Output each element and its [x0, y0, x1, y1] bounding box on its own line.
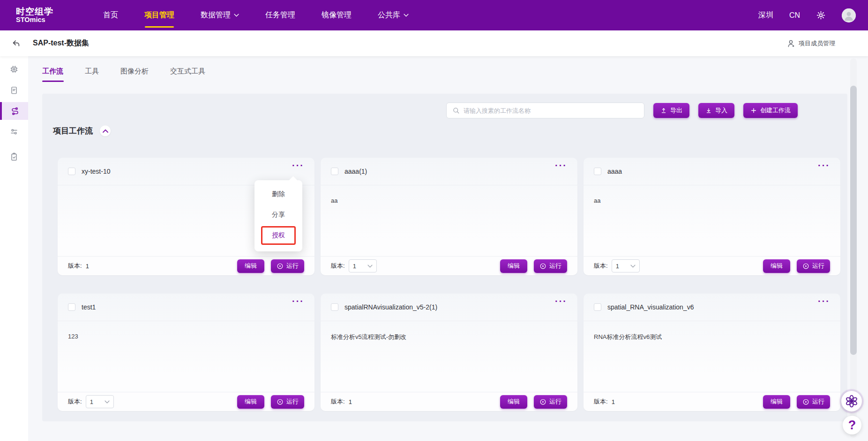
card-footer: 版本: 1 编辑 运行 — [58, 256, 314, 275]
chevron-down-icon — [234, 14, 239, 17]
sidebar-item-workflow[interactable] — [0, 102, 28, 120]
tab-label: 工作流 — [42, 67, 63, 75]
run-button[interactable]: 运行 — [797, 259, 830, 273]
edit-button[interactable]: 编辑 — [500, 395, 527, 409]
menu-item-1[interactable]: 分享 — [254, 205, 302, 225]
chevron-down-icon — [630, 265, 636, 268]
language-toggle[interactable]: CN — [789, 11, 800, 20]
nav-item-label: 任务管理 — [265, 10, 295, 20]
sidebar-item-compute[interactable] — [0, 60, 28, 78]
tab-3[interactable]: 交互式工具 — [170, 67, 205, 82]
sidebar-item-documents[interactable] — [0, 81, 28, 99]
user-avatar[interactable] — [842, 8, 856, 22]
run-label: 运行 — [549, 262, 561, 270]
card-footer: 版本: 1 编辑 运行 — [584, 392, 840, 411]
back-icon[interactable] — [11, 39, 21, 48]
stomics-logo[interactable]: 时空组学 STOmics — [16, 7, 53, 23]
nav-item-label: 首页 — [103, 10, 118, 20]
run-button[interactable]: 运行 — [271, 395, 304, 409]
import-button[interactable]: 导入 — [698, 103, 734, 118]
sidebar-item-settings[interactable] — [0, 123, 28, 140]
help-button[interactable]: ? — [843, 416, 861, 434]
run-button[interactable]: 运行 — [797, 395, 830, 409]
edit-button[interactable]: 编辑 — [763, 259, 790, 273]
card-checkbox[interactable] — [594, 168, 601, 175]
chevron-down-icon — [404, 14, 409, 17]
run-label: 运行 — [286, 397, 299, 406]
edit-button[interactable]: 编辑 — [237, 259, 264, 273]
version-label: 版本: — [331, 262, 345, 270]
tab-0[interactable]: 工作流 — [42, 67, 63, 82]
ai-assistant-button[interactable] — [841, 391, 862, 412]
workflow-search[interactable] — [446, 103, 644, 118]
edit-label: 编辑 — [508, 262, 520, 270]
card-more-actions-icon[interactable]: ··· — [818, 161, 830, 170]
card-checkbox[interactable] — [594, 303, 601, 311]
version-select-value: 1 — [353, 263, 356, 270]
version-value: 1 — [86, 263, 89, 270]
edit-label: 编辑 — [245, 397, 257, 406]
version-select[interactable]: 1 — [349, 259, 377, 272]
menu-item-0[interactable]: 删除 — [254, 184, 302, 205]
card-more-actions-icon[interactable]: ··· — [818, 296, 830, 306]
scrollbar-thumb[interactable] — [850, 86, 857, 355]
tab-1[interactable]: 工具 — [85, 67, 99, 82]
version-value: 1 — [612, 398, 615, 405]
card-description: RNA标准分析流程v6测试 — [584, 321, 840, 353]
card-title: spatial_RNA_visualization_v6 — [607, 303, 694, 311]
card-description: aa — [584, 185, 840, 216]
run-label: 运行 — [812, 262, 824, 270]
menu-item-2[interactable]: 授权 — [254, 225, 302, 246]
card-description: 标准分析v5流程测试-勿删改 — [321, 321, 577, 353]
nav-item-2[interactable]: 数据管理 — [187, 0, 252, 30]
play-circle-icon — [539, 398, 546, 405]
card-checkbox[interactable] — [331, 168, 338, 175]
nav-item-5[interactable]: 公共库 — [365, 0, 422, 30]
section-title: 项目工作流 — [53, 125, 93, 136]
tab-label: 交互式工具 — [170, 67, 205, 75]
card-checkbox[interactable] — [68, 303, 75, 311]
document-icon — [9, 85, 19, 96]
project-member-management-button[interactable]: 项目成员管理 — [786, 39, 835, 48]
card-footer: 版本: 1 编辑 运行 — [58, 392, 314, 411]
card-more-actions-icon[interactable]: ··· — [555, 161, 567, 170]
card-title: xy-test-10 — [82, 168, 110, 175]
card-footer: 版本: 1 编辑 运行 — [584, 256, 840, 275]
card-more-actions-icon[interactable]: ··· — [555, 296, 567, 306]
run-button[interactable]: 运行 — [271, 259, 304, 273]
nav-item-0[interactable]: 首页 — [90, 0, 131, 30]
search-input[interactable] — [464, 107, 638, 114]
nav-item-label: 公共库 — [378, 10, 400, 20]
annotation-red-box: 授权 — [261, 226, 296, 245]
card-checkbox[interactable] — [68, 168, 75, 175]
version-select[interactable]: 1 — [612, 259, 640, 272]
nav-item-label: 项目管理 — [144, 10, 174, 20]
sidebar-item-tasks[interactable] — [0, 148, 28, 166]
sliders-icon — [9, 126, 19, 137]
card-more-actions-icon[interactable]: ··· — [292, 296, 304, 306]
card-context-menu: 删除分享授权 — [254, 180, 302, 251]
create-workflow-button[interactable]: 创建工作流 — [743, 103, 798, 118]
edit-button[interactable]: 编辑 — [500, 259, 527, 273]
section-header: 项目工作流 — [53, 125, 111, 136]
workflow-toolbar: 导出 导入 创建工作流 — [446, 103, 798, 118]
card-checkbox[interactable] — [331, 303, 338, 311]
settings-gear-icon[interactable] — [816, 10, 826, 20]
workflow-card: aaaa ··· aa 版本: 1 编辑 运行 — [584, 158, 840, 275]
export-button[interactable]: 导出 — [653, 103, 689, 118]
run-label: 运行 — [549, 397, 561, 406]
top-navbar: 时空组学 STOmics 首页 项目管理 数据管理 任务管理 镜像管理 公共库 — [0, 0, 868, 30]
help-question-mark: ? — [848, 418, 856, 433]
nav-item-4[interactable]: 镜像管理 — [308, 0, 365, 30]
edit-button[interactable]: 编辑 — [763, 395, 790, 409]
edit-button[interactable]: 编辑 — [237, 395, 264, 409]
run-button[interactable]: 运行 — [534, 395, 567, 409]
nav-item-3[interactable]: 任务管理 — [252, 0, 308, 30]
collapse-toggle[interactable] — [100, 125, 111, 136]
nav-item-1[interactable]: 项目管理 — [131, 0, 187, 30]
tab-2[interactable]: 图像分析 — [120, 67, 149, 82]
region-selector[interactable]: 深圳 — [758, 10, 773, 20]
version-select[interactable]: 1 — [86, 395, 114, 408]
run-button[interactable]: 运行 — [534, 259, 567, 273]
card-more-actions-icon[interactable]: ··· — [292, 161, 304, 170]
